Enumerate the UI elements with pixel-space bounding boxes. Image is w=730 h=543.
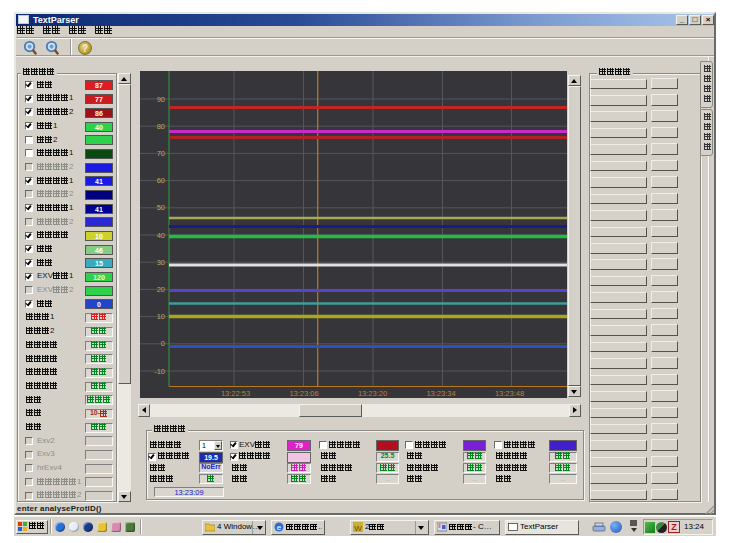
svg-text:30: 30 [157, 258, 165, 267]
svg-text:-10: -10 [154, 367, 165, 376]
svg-text:60: 60 [157, 176, 165, 185]
svg-text:W: W [354, 524, 362, 533]
svg-text:70: 70 [157, 149, 165, 158]
svg-text:80: 80 [157, 122, 165, 131]
svg-text:13:22:53: 13:22:53 [221, 389, 250, 398]
svg-text:13:23:48: 13:23:48 [495, 389, 524, 398]
svg-text:13:23:20: 13:23:20 [358, 389, 387, 398]
svg-text:13:23:34: 13:23:34 [426, 389, 455, 398]
svg-text:0: 0 [161, 339, 165, 348]
svg-text:90: 90 [157, 95, 165, 104]
svg-text:13:23:06: 13:23:06 [289, 389, 318, 398]
svg-text:50: 50 [157, 203, 165, 212]
svg-text:10: 10 [157, 312, 165, 321]
svg-text:e: e [277, 523, 282, 532]
svg-text:40: 40 [157, 231, 165, 240]
svg-text:20: 20 [157, 285, 165, 294]
